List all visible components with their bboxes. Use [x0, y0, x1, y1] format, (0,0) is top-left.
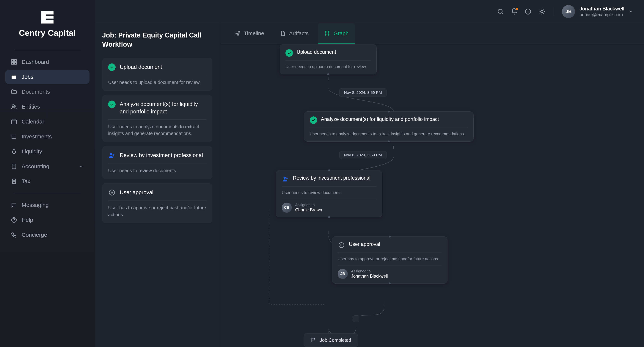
sidebar-item-help[interactable]: Help: [5, 213, 90, 227]
graph-canvas[interactable]: Upload document User needs to upload a d…: [220, 44, 644, 347]
search-icon[interactable]: [497, 8, 504, 15]
svg-point-22: [328, 34, 329, 35]
svg-point-12: [541, 10, 543, 13]
assigned-name: Charlie Brown: [295, 207, 322, 212]
graph-node-title: Analyze document(s) for liquidity and po…: [321, 116, 439, 122]
sidebar-item-documents[interactable]: Documents: [5, 85, 90, 99]
brand-name: Centry Capital: [19, 28, 76, 38]
sidebar-item-calendar[interactable]: Calendar: [5, 115, 90, 129]
sidebar-item-entities[interactable]: Entities: [5, 100, 90, 114]
tab-label: Artifacts: [289, 31, 309, 37]
sidebar-item-label: Dashboard: [22, 59, 49, 65]
phone-icon: [11, 232, 17, 238]
content-row: Job: Private Equity Capital Call Workflo…: [95, 23, 644, 347]
graph-node-upload[interactable]: Upload document User needs to upload a d…: [280, 44, 377, 75]
graph-completed-pill: Job Completed: [304, 333, 358, 347]
svg-rect-0: [46, 16, 54, 19]
svg-point-17: [239, 33, 240, 34]
graph-icon: [324, 31, 330, 36]
graph-node-title: Review by investment professional: [293, 175, 370, 181]
svg-rect-4: [14, 63, 16, 64]
graph-node-title: User approval: [349, 241, 380, 247]
calendar-icon: [11, 119, 17, 125]
help-icon: [11, 217, 17, 223]
graph-node-sub: User needs to analyze documents to extra…: [310, 131, 468, 137]
notifications-icon[interactable]: [511, 8, 518, 15]
receipt-icon: [11, 178, 17, 184]
canvas-tabs: TimelineArtifactsGraph: [220, 23, 644, 44]
flag-icon: [311, 337, 316, 343]
check-circle-icon: [108, 101, 116, 108]
main-area: JB Jonathan Blackwell admin@example.com …: [95, 0, 644, 347]
tab-graph[interactable]: Graph: [318, 23, 355, 44]
sidebar-item-jobs[interactable]: Jobs: [5, 70, 90, 84]
svg-point-13: [110, 153, 112, 155]
graph-node-assignee: CB Assigned to Charlie Brown: [282, 199, 376, 213]
assigned-name: Jonathan Blackwell: [351, 274, 388, 279]
check-circle-icon: [286, 49, 293, 57]
calculator-icon: [11, 163, 17, 170]
message-icon: [11, 202, 17, 208]
sidebar-item-investments[interactable]: Investments: [5, 130, 90, 143]
step-desc: User needs to upload a document for revi…: [108, 79, 206, 86]
theme-toggle-icon[interactable]: [538, 8, 545, 15]
step-card[interactable]: Analyze document(s) for liquidity and po…: [102, 95, 212, 142]
sidebar-item-label: Calendar: [22, 119, 44, 125]
graph-node-analyze[interactable]: Analyze document(s) for liquidity and po…: [304, 111, 474, 142]
chevron-down-icon: [79, 164, 84, 169]
sidebar-divider: [14, 193, 80, 193]
svg-point-20: [328, 31, 329, 32]
step-card[interactable]: User approvalUser has to approve or reje…: [102, 183, 212, 223]
graph-node-sub: User needs to upload a document for revi…: [286, 64, 371, 70]
notification-dot: [516, 8, 518, 10]
tab-artifacts[interactable]: Artifacts: [274, 23, 315, 44]
sidebar-item-messaging[interactable]: Messaging: [5, 198, 90, 212]
sidebar-item-concierge[interactable]: Concierge: [5, 228, 90, 242]
svg-rect-3: [12, 63, 14, 64]
step-desc: User needs to analyze documents to extra…: [108, 123, 206, 137]
user-icon: [282, 175, 289, 183]
svg-point-15: [109, 190, 115, 195]
step-desc: User needs to review documents: [108, 167, 206, 174]
step-title: Upload document: [120, 64, 162, 71]
user-menu-button[interactable]: JB Jonathan Blackwell admin@example.com: [562, 5, 634, 18]
pause-circle-icon: [108, 189, 116, 196]
step-desc: User has to approve or reject past and/o…: [108, 204, 206, 218]
svg-rect-7: [12, 120, 16, 124]
step-title: Analyze document(s) for liquidity and po…: [120, 101, 206, 115]
svg-point-23: [284, 177, 286, 179]
sidebar-item-tax[interactable]: Tax: [5, 174, 90, 188]
avatar: JB: [338, 269, 348, 279]
tab-label: Timeline: [244, 31, 264, 37]
graph-node-approval[interactable]: User approval User has to approve or rej…: [332, 236, 448, 283]
svg-point-18: [238, 34, 238, 35]
svg-point-24: [286, 178, 288, 179]
svg-rect-2: [14, 60, 16, 61]
tab-timeline[interactable]: Timeline: [228, 23, 270, 44]
sidebar-item-accounting[interactable]: Accounting: [5, 160, 90, 173]
chart-icon: [11, 133, 17, 140]
step-title: Review by investment professional: [120, 152, 203, 159]
svg-point-19: [325, 31, 326, 32]
step-card[interactable]: Upload documentUser needs to upload a do…: [102, 58, 212, 91]
sidebar-item-liquidity[interactable]: Liquidity: [5, 145, 90, 158]
avatar: CB: [282, 203, 292, 213]
check-circle-icon: [310, 116, 317, 124]
sidebar-item-label: Liquidity: [22, 148, 42, 155]
canvas-area: TimelineArtifactsGraph: [220, 23, 644, 347]
sidebar-item-label: Documents: [22, 89, 50, 95]
svg-point-6: [14, 105, 16, 107]
step-card[interactable]: Review by investment professionalUser ne…: [102, 146, 212, 179]
users-icon: [11, 104, 17, 110]
graph-node-sub: User has to approve or reject past and/o…: [338, 256, 442, 262]
user-texts: Jonathan Blackwell admin@example.com: [580, 6, 624, 17]
graph-node-review[interactable]: Review by investment professional User n…: [276, 170, 382, 217]
graph-timestamp: Nov 8, 2024, 3:59 PM: [339, 88, 386, 97]
sidebar-item-dashboard[interactable]: Dashboard: [5, 55, 90, 69]
sidebar-item-label: Jobs: [22, 74, 33, 80]
sidebar-nav: DashboardJobsDocumentsEntitiesCalendarIn…: [5, 55, 90, 188]
details-panel: Job: Private Equity Capital Call Workflo…: [95, 23, 220, 347]
graph-node-title: Upload document: [297, 49, 336, 55]
sidebar-divider: [14, 50, 80, 50]
info-icon[interactable]: [524, 8, 532, 15]
